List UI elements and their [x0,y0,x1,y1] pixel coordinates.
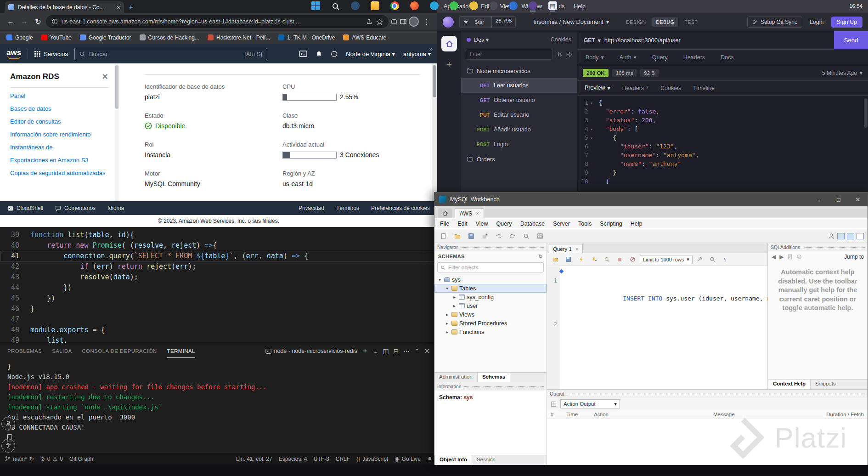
taskbar-mysql-button[interactable]: ▤ [546,0,559,11]
menu-item[interactable]: Help [574,3,586,10]
environment-selector[interactable]: Dev ▾ [474,36,489,43]
reload-icon[interactable]: ↻ [32,17,44,26]
footer-feedback-link[interactable]: Comentarios [55,205,96,211]
taskbar-app-yellow-button[interactable] [467,0,480,11]
request-item[interactable]: GET Leer usuarios [461,78,577,93]
account-icon[interactable] [828,232,835,240]
menu-item[interactable]: View [476,221,488,227]
new-tab-button[interactable]: + [129,3,133,13]
request-item[interactable]: PUT Editar usuario [461,108,577,122]
kill-terminal-icon[interactable]: ⊟ [394,347,399,355]
page-scrollbar[interactable] [432,63,437,201]
tree-expand-icon[interactable]: ▸ [452,295,457,300]
doc-help-icon[interactable] [787,254,793,260]
address-bar[interactable]: us-east-1.console.aws.amazon.com/rds/hom… [46,15,389,28]
taskbar-clock[interactable]: 16:54 [849,3,862,9]
request-tab[interactable]: Headers ▾ [683,54,705,61]
taskbar-search-button[interactable] [328,0,342,11]
footer-terms-link[interactable]: Términos [336,205,359,211]
add-button[interactable]: ＋ [445,58,454,70]
tree-item[interactable]: ▸ Stored Procedures [434,319,547,328]
request-tab[interactable]: Docs ▾ [721,54,733,61]
mode-tab[interactable]: TEST [680,17,702,27]
find-icon[interactable] [707,255,718,265]
tree-expand-icon[interactable]: ▸ [452,303,457,308]
encoding-setting[interactable]: UTF-8 [314,456,329,462]
folder-node-microservicios[interactable]: Node microservicios [461,63,577,78]
taskbar-explorer-button[interactable] [368,0,382,11]
open-script-icon[interactable] [452,231,463,241]
folder-orders[interactable]: Orders [461,152,577,166]
tree-expand-icon[interactable]: ▸ [445,312,450,317]
code-editor[interactable]: 39 function list(table, id){ 40 return n… [0,227,437,343]
grid-view-icon[interactable] [535,231,546,241]
request-item[interactable]: POST Login [461,137,577,152]
notifications-bell-icon[interactable] [427,456,433,462]
account-menu[interactable]: antyoma ▾ [403,51,431,57]
footer-cloudshell-link[interactable]: CloudShell [7,205,43,211]
sidebar-scrollbar[interactable] [115,63,119,201]
connection-tab[interactable]: AWS× [455,208,484,218]
account-icon[interactable] [1,417,15,431]
maximize-button[interactable]: □ [829,193,848,206]
request-tab[interactable]: Auth ▾ [620,54,637,61]
help-icon[interactable]: ? [331,51,338,57]
request-tab[interactable]: Query ▾ [652,54,668,61]
new-query-tab-icon[interactable] [438,231,449,241]
footer-language-link[interactable]: Idioma [107,205,124,211]
side-panel-icon[interactable] [400,18,407,25]
bookmark-item[interactable]: Google Traductor [80,34,131,41]
services-menu[interactable]: Servicios [34,51,68,57]
rds-sidebar-item[interactable]: Bases de datos [10,105,115,112]
open-sql-icon[interactable] [550,255,561,265]
home-tab[interactable] [438,208,452,218]
close-button[interactable]: ✕ [848,193,868,206]
toggle-right-panel-icon[interactable] [857,233,864,239]
beautify-icon[interactable] [694,255,705,265]
tab-close-icon[interactable]: × [117,4,120,11]
toggle-stop-on-error-icon[interactable] [627,255,638,265]
terminal-dropdown-icon[interactable]: ⌄ [373,347,378,355]
indentation-setting[interactable]: Espacios: 4 [279,456,307,462]
rds-sidebar-item[interactable]: Exportaciones en Amazon S3 [10,157,115,164]
help-tab[interactable]: Snippets [811,380,840,389]
taskbar-start-button[interactable] [309,0,322,11]
notifications-bell-icon[interactable] [316,51,322,57]
taskbar-app-blue-button[interactable] [506,0,520,11]
refresh-icon[interactable]: ↻ [538,254,543,260]
execute-icon[interactable] [575,255,586,265]
toggle-bottom-panel-icon[interactable] [847,233,854,239]
url-input[interactable]: http://localhost:3000/api/user [604,37,834,44]
navigator-tab[interactable]: Schemas [477,373,511,382]
tree-item[interactable]: ▸ Functions [434,328,547,336]
panel-maximize-icon[interactable]: ⌃ [415,347,420,355]
mode-tab[interactable]: DESIGN [622,17,650,27]
row-limit-dropdown[interactable]: Limit to 1000 rows▾ [640,255,693,264]
footer-cookies-link[interactable]: Preferencias de cookies [371,205,430,211]
query-tab[interactable]: Query 1× [549,244,583,253]
rds-sidebar-item[interactable]: Panel [10,92,115,99]
cursor-position[interactable]: Lín. 41, col. 27 [236,456,272,462]
setup-git-sync-button[interactable]: Setup Git Sync [747,17,802,28]
sort-icon[interactable] [557,51,563,57]
menu-item[interactable]: Edit [457,221,468,227]
tab-close-icon[interactable]: × [575,246,579,252]
split-terminal-icon[interactable]: ◫ [383,347,389,355]
execute-current-icon[interactable] [588,255,599,265]
rds-sidebar-item[interactable]: Información sobre rendimiento [10,131,115,138]
sidebar-close-icon[interactable]: ✕ [101,72,108,82]
aws-search-input[interactable]: Buscar [Alt+S] [74,48,267,60]
response-history-selector[interactable]: 5 Minutes Ago▾ [822,70,862,76]
response-tab[interactable]: Headers7 ▾ [622,85,648,91]
response-body-viewer[interactable]: 1 ▾ { 2 ▾ "error": false, 3 [577,96,868,192]
save-sql-icon[interactable] [563,255,574,265]
request-item[interactable]: POST Añadir usuario [461,122,577,137]
go-live-button[interactable]: ◉Go Live [395,456,421,462]
bookmark-item[interactable]: Cursos de Hacking... [140,34,199,41]
output-table-body[interactable] [547,419,868,465]
tree-item[interactable]: ▾ Tables [434,284,547,293]
method-selector[interactable]: GET▾ [577,37,604,44]
back-icon[interactable]: ◀ [772,254,776,260]
menu-item[interactable]: Tools [578,221,592,227]
mode-tab[interactable]: DEBUG [652,17,679,27]
